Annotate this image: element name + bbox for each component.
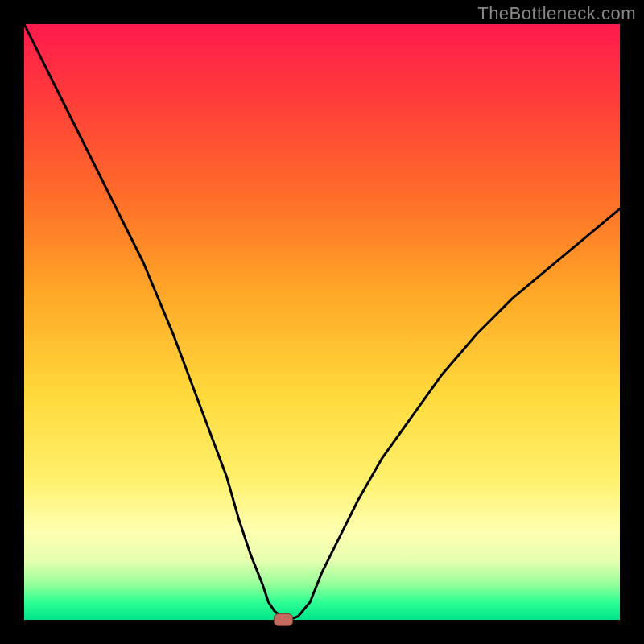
watermark-text: TheBottleneck.com [477,3,636,24]
bottleneck-curve [24,24,620,620]
curve-path [24,24,620,619]
optimal-point-marker [274,613,293,626]
chart-frame: TheBottleneck.com [0,0,644,644]
chart-plot-area [24,24,620,620]
